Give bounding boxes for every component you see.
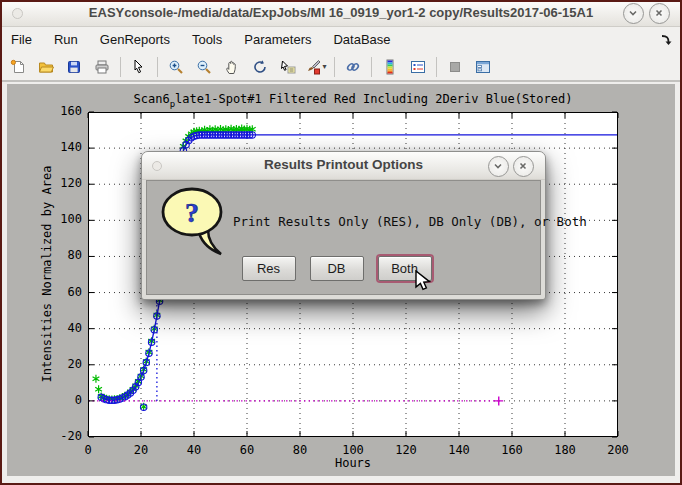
dialog-body: ? Print Results Only (RES), DB Only (DB)…	[146, 180, 541, 295]
dialog-button-res[interactable]: Res	[242, 256, 296, 281]
zoom-in-icon	[168, 59, 184, 75]
chevron-down-icon	[492, 160, 504, 172]
x-tick-label: 100	[335, 443, 371, 457]
close-icon	[517, 160, 529, 172]
print-icon	[94, 59, 110, 75]
menu-overflow-arrow-icon[interactable]	[658, 32, 674, 48]
dialog-close-button[interactable]	[513, 156, 534, 177]
show-plot-tools-button[interactable]	[469, 54, 497, 80]
x-tick-label: 160	[494, 443, 530, 457]
open-folder-icon	[38, 59, 54, 75]
link-plots-button[interactable]	[339, 54, 367, 80]
toolbar-separator	[120, 57, 121, 77]
hide-plot-tools-icon	[447, 59, 463, 75]
menubar-items: FileRunGenReportsToolsParametersDataBase	[0, 27, 402, 53]
y-tick-label: 80	[42, 248, 82, 262]
easyconsole-window: EASYconsole-/media/data/ExpJobs/MI 16_09…	[0, 0, 682, 485]
toolbar-separator	[371, 57, 372, 77]
y-tick-label: 0	[42, 393, 82, 407]
pointer-button[interactable]	[125, 54, 153, 80]
x-tick-label: 20	[123, 443, 159, 457]
toolbar-separator	[334, 57, 335, 77]
zoom-in-button[interactable]	[162, 54, 190, 80]
rotate-3d-button[interactable]	[246, 54, 274, 80]
insert-legend-button[interactable]	[404, 54, 432, 80]
dialog-buttons: ResDBBoth	[147, 256, 526, 281]
window-shade-button[interactable]	[623, 3, 644, 24]
mouse-cursor-icon	[414, 270, 434, 296]
x-tick-label: 0	[70, 443, 106, 457]
dialog-message: Print Results Only (RES), DB Only (DB), …	[233, 214, 587, 229]
menu-run[interactable]: Run	[43, 27, 89, 53]
y-tick-label: 160	[42, 104, 82, 118]
x-tick-label: 200	[600, 443, 636, 457]
insert-colorbar-icon	[382, 59, 398, 75]
pan-hand-button[interactable]	[218, 54, 246, 80]
dialog-button-db[interactable]: DB	[310, 256, 364, 281]
y-tick-label: -20	[42, 429, 82, 443]
y-tick-label: 40	[42, 321, 82, 335]
brush-dropdown-caret-icon[interactable]: ▾	[322, 62, 326, 71]
show-plot-tools-icon	[475, 59, 491, 75]
open-folder-button[interactable]	[32, 54, 60, 80]
dialog-title: Results Printout Options	[142, 157, 545, 172]
x-tick-label: 80	[282, 443, 318, 457]
new-document-icon	[10, 59, 26, 75]
y-tick-label: 60	[42, 285, 82, 299]
zoom-out-button[interactable]	[190, 54, 218, 80]
link-plots-icon	[345, 59, 361, 75]
close-icon	[653, 7, 665, 19]
save-button[interactable]	[60, 54, 88, 80]
results-printout-options-dialog: Results Printout Options ? Print Results…	[141, 151, 546, 300]
x-tick-label: 120	[388, 443, 424, 457]
toolbar-separator	[436, 57, 437, 77]
dialog-shade-button[interactable]	[488, 156, 509, 177]
pointer-icon	[131, 59, 147, 75]
save-icon	[66, 59, 82, 75]
window-close-button[interactable]	[649, 3, 670, 24]
rotate-3d-icon	[252, 59, 268, 75]
window-titlebar[interactable]: EASYconsole-/media/data/ExpJobs/MI 16_09…	[0, 0, 682, 27]
data-cursor-icon	[280, 59, 296, 75]
x-tick-label: 40	[176, 443, 212, 457]
x-axis-label: Hours	[88, 456, 618, 470]
chevron-down-icon	[627, 7, 639, 19]
y-tick-label: 120	[42, 176, 82, 190]
chart-title: Scan6plate1-Spot#1 Filtered Red Includin…	[88, 92, 618, 109]
data-cursor-button[interactable]	[274, 54, 302, 80]
menubar: FileRunGenReportsToolsParametersDataBase	[0, 27, 682, 53]
menu-database[interactable]: DataBase	[322, 27, 401, 53]
brush-button[interactable]: ▾	[302, 54, 330, 80]
x-tick-label: 140	[441, 443, 477, 457]
y-axis-label: Intensities Normalized by Area	[40, 166, 54, 383]
menu-tools[interactable]: Tools	[181, 27, 233, 53]
menu-file[interactable]: File	[0, 27, 43, 53]
insert-legend-icon	[410, 59, 426, 75]
question-bubble-icon: ?	[159, 185, 231, 267]
toolbar-separator	[157, 57, 158, 77]
brush-icon	[305, 59, 321, 75]
y-tick-label: 100	[42, 212, 82, 226]
x-tick-label: 60	[229, 443, 265, 457]
menu-genreports[interactable]: GenReports	[89, 27, 181, 53]
insert-colorbar-button[interactable]	[376, 54, 404, 80]
new-document-button[interactable]	[4, 54, 32, 80]
menu-parameters[interactable]: Parameters	[233, 27, 322, 53]
dialog-titlebar[interactable]: Results Printout Options	[142, 152, 545, 180]
toolbar: ▾	[0, 53, 682, 82]
pan-hand-icon	[224, 59, 240, 75]
hide-plot-tools-button[interactable]	[441, 54, 469, 80]
zoom-out-icon	[196, 59, 212, 75]
y-tick-label: 20	[42, 357, 82, 371]
x-tick-label: 180	[547, 443, 583, 457]
print-button[interactable]	[88, 54, 116, 80]
svg-text:?: ?	[185, 197, 199, 228]
window-title: EASYconsole-/media/data/ExpJobs/MI 16_09…	[0, 5, 682, 20]
y-tick-label: 140	[42, 140, 82, 154]
